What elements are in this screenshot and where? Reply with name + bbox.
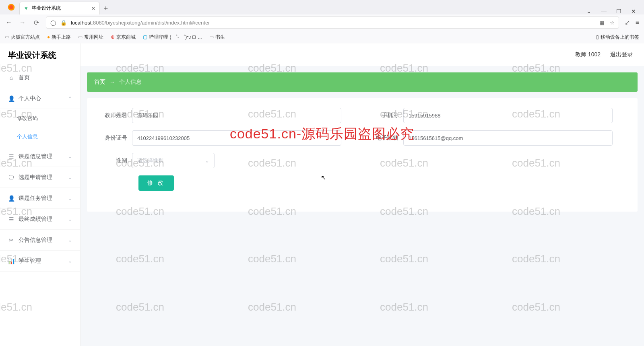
lock-icon[interactable]: 🔒 (60, 20, 67, 26)
profile-form: 教师姓名 手机号 身份证号 电子邮箱 (87, 98, 638, 212)
sidebar-item-topic-task[interactable]: 👤 课题任务管理 ⌄ (0, 188, 80, 209)
label-gender: 性别 (99, 157, 127, 164)
chevron-down-icon: ⌄ (68, 258, 72, 264)
home-icon: ⌂ (8, 74, 14, 81)
label-email: 电子邮箱 (370, 134, 398, 142)
bookmark-item[interactable]: ⊕京东商城 (111, 34, 136, 41)
jd-icon: ⊕ (111, 34, 115, 40)
bookmark-item[interactable]: ▢哔哩哔哩 ( ゜- ゜)つロ ... (143, 34, 202, 41)
sidebar-item-final-score[interactable]: ☰ 最终成绩管理 ⌄ (0, 209, 80, 230)
nav-bar: ← → ⟳ ◯ 🔒 localhost:8080/biyeshejixitong… (0, 14, 644, 31)
window-controls: ⌄ — ☐ ✕ (586, 8, 644, 14)
close-icon[interactable]: ✕ (91, 6, 95, 11)
chevron-down-icon: ⌄ (68, 196, 72, 201)
extensions-icon[interactable]: ⤢ (625, 19, 630, 27)
breadcrumb-home[interactable]: 首页 (94, 78, 105, 86)
sidebar-item-notice[interactable]: ✂ 公告信息管理 ⌄ (0, 230, 80, 251)
bookmark-item[interactable]: ●新手上路 (47, 34, 71, 41)
folder-icon: ▭ (5, 34, 9, 40)
chevron-down-icon: ⌄ (68, 175, 72, 180)
logout-button[interactable]: 退出登录 (610, 51, 633, 58)
bookmark-item[interactable]: ▭火狐官方站点 (5, 34, 40, 41)
email-input[interactable] (403, 130, 613, 146)
breadcrumb: 首页 → 个人信息 (87, 72, 638, 92)
user-icon: 👤 (8, 95, 14, 102)
chevron-down-icon: ⌄ (68, 216, 72, 222)
shield-icon[interactable]: ◯ (50, 20, 56, 26)
list-icon: ☰ (8, 153, 14, 160)
star-icon[interactable]: ☆ (610, 20, 615, 26)
list-icon: ☰ (8, 216, 14, 222)
firefox-logo-icon (6, 2, 17, 13)
sidebar: 毕业设计系统 ⌂ 首页 👤 个人中心 ⌃ 修改密码 个人信息 ☰ 课题信息管理 … (0, 43, 80, 346)
tab-title: 毕业设计系统 (32, 5, 61, 12)
megaphone-icon: ✂ (8, 237, 14, 243)
sidebar-item-student[interactable]: 📊 学生管理 ⌄ (0, 251, 80, 272)
user-icon: 👤 (8, 195, 14, 202)
qr-icon[interactable]: ▦ (599, 20, 604, 26)
label-teacher-name: 教师姓名 (99, 112, 127, 119)
bilibili-icon: ▢ (143, 34, 147, 40)
mobile-bookmarks[interactable]: ▯移动设备上的书签 (596, 34, 639, 41)
url-text: localhost:8080/biyeshejixitong/admin/dis… (71, 20, 210, 26)
chevron-up-icon: ⌃ (68, 96, 72, 101)
browser-tab[interactable]: ▼ 毕业设计系统 ✕ (19, 2, 100, 14)
gender-select[interactable]: 请选择性别 ⌄ (132, 153, 215, 168)
chevron-down-icon: ⌄ (205, 158, 209, 164)
reload-button[interactable]: ⟳ (32, 19, 40, 27)
submit-button[interactable]: 修 改 (138, 175, 174, 191)
chevron-down-icon: ⌄ (68, 154, 72, 159)
bookmark-item[interactable]: ▭常用网址 (78, 34, 103, 41)
svg-point-1 (9, 5, 13, 9)
topbar: 教师 1002 退出登录 (80, 43, 644, 66)
main-content: 教师 1002 退出登录 首页 → 个人信息 教师姓名 手机号 (80, 43, 644, 346)
app-title: 毕业设计系统 (0, 43, 80, 67)
monitor-icon: 🖵 (8, 174, 14, 181)
sidebar-item-home[interactable]: ⌂ 首页 (0, 67, 80, 88)
back-button[interactable]: ← (5, 19, 13, 26)
close-window-icon[interactable]: ✕ (631, 8, 636, 14)
mobile-icon: ▯ (596, 34, 599, 40)
menu-icon[interactable]: ≡ (636, 19, 639, 27)
sidebar-item-personal[interactable]: 👤 个人中心 ⌃ (0, 88, 80, 109)
chevron-down-icon: ⌄ (68, 237, 72, 243)
vue-icon: ▼ (24, 6, 29, 11)
tab-bar: ▼ 毕业设计系统 ✕ + ⌄ — ☐ ✕ (0, 0, 644, 14)
url-bar[interactable]: ◯ 🔒 localhost:8080/biyeshejixitong/admin… (46, 16, 619, 29)
idcard-input[interactable] (132, 130, 341, 146)
bookmark-item[interactable]: ▭书生 (209, 34, 225, 41)
dropdown-icon[interactable]: ⌄ (586, 8, 591, 14)
folder-icon: ▭ (209, 34, 214, 40)
breadcrumb-current: 个人信息 (119, 78, 142, 86)
sidebar-item-topic-info[interactable]: ☰ 课题信息管理 ⌄ (0, 146, 80, 167)
chart-icon: 📊 (8, 258, 14, 264)
firefox-small-icon: ● (47, 34, 50, 40)
folder-icon: ▭ (78, 34, 83, 40)
minimize-icon[interactable]: — (601, 8, 607, 14)
maximize-icon[interactable]: ☐ (616, 8, 621, 14)
bookmarks-bar: ▭火狐官方站点 ●新手上路 ▭常用网址 ⊕京东商城 ▢哔哩哔哩 ( ゜- ゜)つ… (0, 31, 644, 43)
sidebar-item-topic-apply[interactable]: 🖵 选题申请管理 ⌄ (0, 167, 80, 188)
label-idcard: 身份证号 (99, 134, 127, 142)
teacher-name-input[interactable] (132, 108, 341, 123)
forward-button[interactable]: → (19, 19, 27, 26)
gender-placeholder: 请选择性别 (137, 157, 163, 164)
label-phone: 手机号 (370, 112, 398, 119)
sidebar-subitem-change-password[interactable]: 修改密码 (0, 109, 80, 128)
new-tab-button[interactable]: + (100, 2, 112, 14)
phone-input[interactable] (403, 108, 613, 123)
user-label[interactable]: 教师 1002 (575, 51, 601, 58)
arrow-icon: → (109, 79, 115, 85)
sidebar-subitem-profile[interactable]: 个人信息 (0, 128, 80, 146)
